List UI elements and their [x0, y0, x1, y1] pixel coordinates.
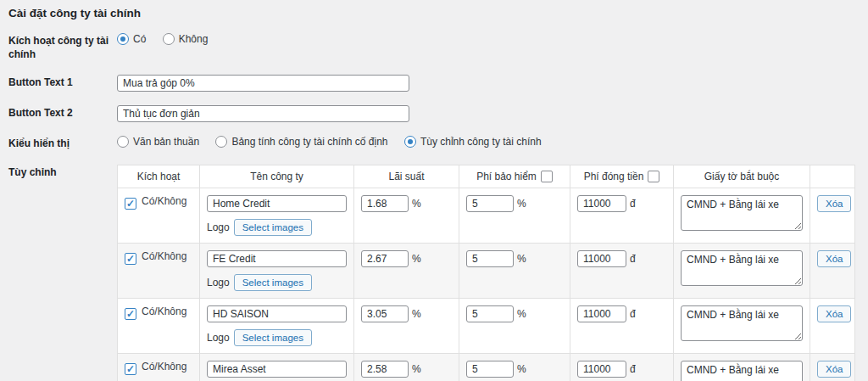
- header-payment-label: Phí đóng tiền: [584, 171, 644, 182]
- company-row: ✓Có/Không Logo Select images %: [118, 243, 855, 298]
- radio-no-label: Không: [179, 33, 209, 45]
- header-company: Tên công ty: [200, 165, 354, 188]
- radio-option-yes[interactable]: Có: [117, 33, 149, 45]
- header-rate: Lãi suất: [354, 165, 459, 188]
- radio-yes-label: Có: [133, 33, 146, 45]
- form-row-button-text-1: Button Text 1: [8, 75, 860, 92]
- insurance-suffix: %: [517, 363, 526, 375]
- radio-option-fixed-table[interactable]: Bảng tính công ty tài chính cố định: [215, 136, 390, 148]
- select-images-button[interactable]: Select images: [234, 329, 312, 346]
- radio-option-custom[interactable]: Tùy chỉnh công ty tài chính: [404, 136, 542, 148]
- insurance-suffix: %: [517, 253, 526, 265]
- header-payment: Phí đóng tiền✓: [570, 165, 674, 188]
- payment-input[interactable]: [577, 361, 626, 378]
- radio-custom-label: Tùy chỉnh công ty tài chính: [420, 136, 542, 148]
- header-documents: Giấy tờ bắt buộc: [674, 165, 810, 188]
- rate-suffix: %: [412, 253, 421, 265]
- row-enabled-checkbox[interactable]: ✓: [125, 363, 136, 375]
- select-images-button[interactable]: Select images: [234, 274, 312, 291]
- insurance-input[interactable]: [466, 361, 514, 378]
- rate-suffix: %: [412, 308, 421, 320]
- settings-page: Cài đặt công ty tài chính Kích hoạt công…: [0, 0, 868, 381]
- row-enabled-checkbox[interactable]: ✓: [125, 253, 136, 265]
- select-images-button[interactable]: Select images: [234, 219, 312, 236]
- form-row-customize: Tùy chỉnh Kích hoạt Tên công ty Lãi suất…: [8, 165, 860, 381]
- activate-label: Kích hoạt công ty tài chính: [8, 33, 117, 61]
- payment-input[interactable]: [577, 195, 626, 212]
- company-name-input[interactable]: [207, 250, 347, 267]
- page-title: Cài đặt công ty tài chính: [8, 7, 860, 20]
- company-row: ✓Có/Không Logo Select images %: [118, 188, 855, 243]
- rate-suffix: %: [412, 198, 421, 210]
- radio-plain-text-label: Văn bản thuần: [133, 136, 199, 148]
- insurance-input[interactable]: [466, 250, 514, 267]
- row-toggle-label: Có/Không: [142, 361, 186, 373]
- delete-button[interactable]: Xóa: [817, 250, 851, 267]
- customize-label: Tùy chỉnh: [8, 165, 117, 180]
- insurance-suffix: %: [517, 198, 526, 210]
- row-enabled-checkbox[interactable]: ✓: [125, 308, 136, 320]
- header-insurance: Phí bảo hiểm✓: [459, 165, 570, 188]
- company-row: ✓Có/Không Logo Select images %: [118, 353, 855, 381]
- company-name-input[interactable]: [207, 305, 347, 322]
- radio-custom-icon[interactable]: [404, 136, 416, 148]
- insurance-suffix: %: [517, 308, 526, 320]
- form-row-button-text-2: Button Text 2: [8, 105, 860, 122]
- radio-no-icon[interactable]: [163, 33, 175, 45]
- form-row-activate: Kích hoạt công ty tài chính Có Không: [8, 33, 860, 61]
- header-activate: Kích hoạt: [118, 165, 200, 188]
- button-text-2-label: Button Text 2: [8, 105, 117, 120]
- rate-input[interactable]: [361, 250, 409, 267]
- company-name-input[interactable]: [207, 361, 347, 378]
- display-type-field: Văn bản thuần Bảng tính công ty tài chín…: [117, 136, 860, 148]
- insurance-input[interactable]: [466, 305, 514, 322]
- row-toggle-label: Có/Không: [142, 195, 186, 207]
- payment-suffix: đ: [630, 308, 636, 320]
- radio-yes-icon[interactable]: [117, 33, 129, 45]
- documents-textarea[interactable]: [681, 305, 803, 341]
- payment-input[interactable]: [577, 250, 626, 267]
- radio-option-plain-text[interactable]: Văn bản thuần: [117, 136, 202, 148]
- logo-label: Logo: [207, 332, 230, 344]
- form-row-display-type: Kiểu hiển thị Văn bản thuần Bảng tính cô…: [8, 136, 860, 151]
- display-type-label: Kiểu hiển thị: [8, 136, 117, 151]
- radio-option-no[interactable]: Không: [163, 33, 209, 45]
- delete-button[interactable]: Xóa: [817, 361, 851, 378]
- delete-button[interactable]: Xóa: [817, 305, 851, 322]
- header-actions: [810, 165, 855, 188]
- button-text-2-input[interactable]: [117, 105, 409, 122]
- insurance-input[interactable]: [466, 195, 514, 212]
- payment-suffix: đ: [630, 363, 636, 375]
- company-name-input[interactable]: [207, 195, 347, 212]
- row-enabled-checkbox[interactable]: ✓: [125, 198, 136, 210]
- rate-input[interactable]: [361, 305, 409, 322]
- payment-suffix: đ: [630, 253, 636, 265]
- company-row: ✓Có/Không Logo Select images %: [118, 298, 855, 353]
- rate-suffix: %: [412, 363, 421, 375]
- logo-label: Logo: [207, 221, 230, 233]
- insurance-header-checkbox[interactable]: ✓: [541, 171, 553, 182]
- rate-input[interactable]: [361, 195, 409, 212]
- logo-label: Logo: [207, 277, 230, 289]
- activate-field: Có Không: [117, 33, 860, 45]
- radio-plain-text-icon[interactable]: [117, 136, 129, 148]
- documents-textarea[interactable]: [681, 250, 803, 286]
- row-toggle-label: Có/Không: [142, 250, 186, 262]
- companies-table: Kích hoạt Tên công ty Lãi suất Phí bảo h…: [117, 165, 855, 381]
- table-header-row: Kích hoạt Tên công ty Lãi suất Phí bảo h…: [118, 165, 855, 188]
- documents-textarea[interactable]: [681, 361, 803, 381]
- documents-textarea[interactable]: [681, 195, 803, 231]
- radio-fixed-table-label: Bảng tính công ty tài chính cố định: [231, 136, 387, 148]
- button-text-1-label: Button Text 1: [8, 75, 117, 90]
- rate-input[interactable]: [361, 361, 409, 378]
- payment-input[interactable]: [577, 305, 626, 322]
- payment-header-checkbox[interactable]: ✓: [648, 171, 659, 182]
- payment-suffix: đ: [630, 198, 636, 210]
- radio-fixed-table-icon[interactable]: [215, 136, 227, 148]
- button-text-1-input[interactable]: [117, 75, 409, 92]
- delete-button[interactable]: Xóa: [817, 195, 851, 212]
- header-insurance-label: Phí bảo hiểm: [476, 171, 537, 182]
- row-toggle-label: Có/Không: [142, 305, 186, 317]
